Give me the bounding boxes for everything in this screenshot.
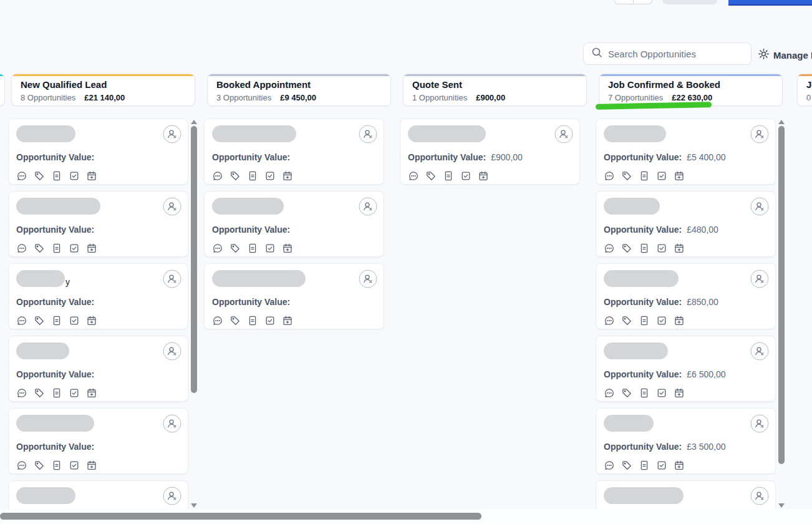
column-header[interactable]: Booked Appointment 3 Opportunities£9 450… xyxy=(207,74,391,106)
column-scrollbar-thumb[interactable] xyxy=(191,126,197,393)
message-icon[interactable] xyxy=(212,315,223,326)
opportunity-card[interactable]: Opportunity Value: xyxy=(8,191,188,257)
check-square-icon[interactable] xyxy=(264,315,276,326)
tag-icon[interactable] xyxy=(621,387,632,399)
tag-icon[interactable] xyxy=(621,315,632,326)
user-x-icon[interactable] xyxy=(163,342,181,361)
file-text-icon[interactable] xyxy=(639,243,650,254)
user-x-icon[interactable] xyxy=(359,269,377,288)
tag-icon[interactable] xyxy=(230,170,241,182)
calendar-plus-icon[interactable] xyxy=(674,387,685,399)
user-x-icon[interactable] xyxy=(750,269,769,288)
user-x-icon[interactable] xyxy=(359,197,377,216)
check-square-icon[interactable] xyxy=(656,243,667,254)
file-text-icon[interactable] xyxy=(247,315,258,326)
file-text-icon[interactable] xyxy=(247,243,258,254)
message-icon[interactable] xyxy=(16,387,27,399)
tag-icon[interactable] xyxy=(621,460,632,471)
user-x-icon[interactable] xyxy=(163,269,181,288)
message-icon[interactable] xyxy=(212,170,223,182)
user-x-icon[interactable] xyxy=(750,487,769,505)
user-x-icon[interactable] xyxy=(163,487,181,505)
user-x-icon[interactable] xyxy=(554,125,573,143)
user-x-icon[interactable] xyxy=(163,414,181,433)
calendar-plus-icon[interactable] xyxy=(86,460,97,471)
column-scrollbar[interactable] xyxy=(190,119,198,509)
check-square-icon[interactable] xyxy=(69,170,80,182)
opportunity-card[interactable]: Opportunity Value: xyxy=(204,191,384,257)
partial-gray-button[interactable] xyxy=(662,0,717,4)
user-x-icon[interactable] xyxy=(750,125,769,143)
check-square-icon[interactable] xyxy=(69,243,80,254)
user-x-icon[interactable] xyxy=(750,342,769,361)
file-text-icon[interactable] xyxy=(51,387,62,399)
message-icon[interactable] xyxy=(16,170,27,182)
file-text-icon[interactable] xyxy=(639,315,650,326)
message-icon[interactable] xyxy=(212,243,223,254)
partial-blue-button[interactable] xyxy=(728,0,812,6)
tag-icon[interactable] xyxy=(230,243,241,254)
scroll-up-arrow-icon[interactable] xyxy=(778,120,785,124)
opportunity-card[interactable]: Opportunity Value: xyxy=(8,336,188,402)
calendar-plus-icon[interactable] xyxy=(282,315,293,326)
calendar-plus-icon[interactable] xyxy=(282,243,293,254)
user-x-icon[interactable] xyxy=(359,125,377,143)
tag-icon[interactable] xyxy=(621,243,632,254)
opportunity-card[interactable]: Opportunity Value: xyxy=(8,119,188,185)
message-icon[interactable] xyxy=(16,243,27,254)
tag-icon[interactable] xyxy=(34,460,45,471)
message-icon[interactable] xyxy=(604,243,615,254)
message-icon[interactable] xyxy=(16,460,27,471)
tag-icon[interactable] xyxy=(425,170,437,182)
scroll-down-arrow-icon[interactable] xyxy=(191,503,197,508)
check-square-icon[interactable] xyxy=(69,460,80,471)
tag-icon[interactable] xyxy=(621,170,632,182)
message-icon[interactable] xyxy=(16,315,27,326)
column-header[interactable] xyxy=(0,74,5,106)
calendar-plus-icon[interactable] xyxy=(674,170,685,182)
horizontal-scrollbar-track[interactable] xyxy=(0,509,812,524)
user-x-icon[interactable] xyxy=(163,125,181,143)
file-text-icon[interactable] xyxy=(51,243,62,254)
file-text-icon[interactable] xyxy=(51,460,62,471)
column-scrollbar[interactable] xyxy=(778,119,785,509)
opportunity-card[interactable]: Opportunity Value:£5 400,00 xyxy=(596,119,776,185)
file-text-icon[interactable] xyxy=(51,170,62,182)
message-icon[interactable] xyxy=(604,460,615,471)
tag-icon[interactable] xyxy=(34,243,45,254)
calendar-plus-icon[interactable] xyxy=(674,243,685,254)
opportunity-card[interactable]: y Opportunity Value: xyxy=(8,263,188,329)
file-text-icon[interactable] xyxy=(639,387,650,399)
check-square-icon[interactable] xyxy=(264,243,276,254)
message-icon[interactable] xyxy=(604,387,615,399)
check-square-icon[interactable] xyxy=(656,315,667,326)
column-header[interactable]: New Qualified Lead 8 Opportunities£21 14… xyxy=(11,74,195,106)
file-text-icon[interactable] xyxy=(51,315,62,326)
column-header[interactable]: Job 0 Op xyxy=(797,74,812,106)
check-square-icon[interactable] xyxy=(656,460,667,471)
tag-icon[interactable] xyxy=(230,315,241,326)
opportunity-card[interactable]: Opportunity Value:£6 500,00 xyxy=(596,336,776,402)
calendar-plus-icon[interactable] xyxy=(478,170,489,182)
opportunity-card[interactable]: Opportunity Value:£480,00 xyxy=(596,191,776,257)
horizontal-scrollbar-thumb[interactable] xyxy=(0,513,481,520)
file-text-icon[interactable] xyxy=(639,170,650,182)
opportunity-card[interactable]: Opportunity Value:£850,00 xyxy=(596,263,776,329)
column-scrollbar-thumb[interactable] xyxy=(778,126,785,464)
column-header[interactable]: Job Confirmed & Booked 7 Opportunities£2… xyxy=(599,74,783,106)
search-opportunities-box[interactable] xyxy=(583,42,752,65)
calendar-plus-icon[interactable] xyxy=(86,315,97,326)
calendar-plus-icon[interactable] xyxy=(674,315,685,326)
partial-split-button[interactable] xyxy=(614,0,652,4)
calendar-plus-icon[interactable] xyxy=(86,387,97,399)
file-text-icon[interactable] xyxy=(639,460,650,471)
tag-icon[interactable] xyxy=(34,170,45,182)
calendar-plus-icon[interactable] xyxy=(282,170,293,182)
check-square-icon[interactable] xyxy=(69,387,80,399)
file-text-icon[interactable] xyxy=(247,170,258,182)
tag-icon[interactable] xyxy=(34,315,45,326)
opportunity-card[interactable]: Opportunity Value:£3 500,00 xyxy=(596,408,776,474)
user-x-icon[interactable] xyxy=(163,197,181,216)
file-text-icon[interactable] xyxy=(443,170,454,182)
column-header[interactable]: Quote Sent 1 Opportunities£900,00 xyxy=(403,74,587,106)
